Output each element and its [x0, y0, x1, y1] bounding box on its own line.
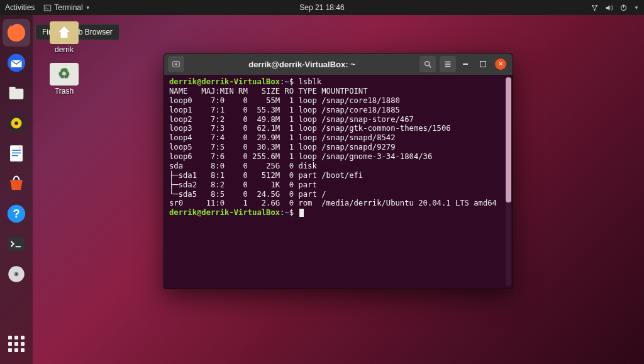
files-icon	[6, 82, 27, 104]
dock-terminal[interactable]	[3, 230, 30, 258]
libreoffice-writer-icon	[6, 143, 27, 164]
terminal-window: derrik@derrik-VirtualBox: ~ derrik@derri…	[164, 53, 513, 289]
scrollbar-thumb[interactable]	[506, 77, 511, 202]
ubuntu-software-icon	[6, 173, 27, 194]
dock-rhythmbox[interactable]	[3, 109, 30, 137]
volume-icon	[605, 4, 613, 12]
scrollbar[interactable]	[506, 77, 511, 286]
prompt-path: ~	[284, 208, 289, 217]
dock-disc[interactable]	[3, 260, 30, 288]
terminal-icon	[43, 4, 52, 12]
svg-point-13	[14, 121, 18, 125]
svg-rect-10	[9, 87, 16, 91]
prompt-user: derrik@derrik-VirtualBox	[169, 77, 280, 86]
dock-thunderbird[interactable]	[3, 49, 30, 77]
search-icon	[423, 60, 432, 69]
window-title: derrik@derrik-VirtualBox: ~	[188, 60, 416, 69]
chevron-down-icon: ▼	[86, 5, 91, 11]
system-tray[interactable]: ▼	[591, 4, 639, 12]
svg-point-23	[16, 273, 18, 275]
prompt-end: $	[289, 208, 294, 217]
desktop-icons: derrik Trash	[44, 21, 84, 96]
hamburger-icon	[443, 60, 452, 69]
apps-grid-icon	[8, 336, 25, 352]
cursor	[299, 209, 304, 217]
folder-home-icon	[50, 21, 79, 44]
prompt-user: derrik@derrik-VirtualBox	[169, 208, 280, 217]
minimize-button[interactable]	[460, 58, 471, 70]
desktop-trash-label: Trash	[55, 87, 74, 96]
new-tab-icon	[172, 60, 180, 69]
lsblk-header: NAME MAJ:MIN RM SIZE RO TYPE MOUNTPOINT	[169, 87, 368, 96]
power-icon	[619, 4, 628, 12]
dock-firefox[interactable]	[3, 19, 30, 47]
search-button[interactable]	[419, 56, 436, 72]
chevron-down-icon: ▼	[634, 5, 639, 11]
dock: ?	[0, 15, 33, 364]
menu-button[interactable]	[440, 56, 456, 72]
activities-button[interactable]: Activities	[5, 3, 35, 12]
dock-writer[interactable]	[3, 140, 30, 167]
maximize-button[interactable]	[477, 58, 489, 70]
network-icon	[591, 4, 599, 12]
firefox-icon	[6, 22, 27, 43]
svg-text:?: ?	[13, 207, 19, 220]
new-tab-button[interactable]	[168, 56, 184, 72]
lsblk-rows: loop0 7:0 0 55M 1 loop /snap/core18/1880…	[169, 96, 497, 208]
desktop-home-folder[interactable]: derrik	[44, 21, 84, 54]
rhythmbox-icon	[6, 113, 27, 134]
command-text: lsblk	[298, 77, 321, 86]
svg-rect-15	[12, 150, 21, 150]
app-menu-label: Terminal	[54, 3, 82, 12]
dock-software[interactable]	[3, 170, 30, 197]
desktop-home-label: derrik	[55, 45, 74, 54]
clock[interactable]: Sep 21 18:46	[299, 3, 344, 12]
svg-rect-16	[12, 153, 21, 153]
prompt-path: ~	[284, 77, 289, 86]
help-icon: ?	[6, 203, 27, 224]
svg-rect-17	[12, 155, 18, 156]
svg-point-25	[425, 62, 430, 66]
prompt-end: $	[289, 77, 294, 86]
svg-rect-1	[45, 5, 51, 10]
terminal-body[interactable]: derrik@derrik-VirtualBox:~$ lsblk NAME M…	[164, 75, 513, 289]
desktop-trash[interactable]: Trash	[44, 63, 84, 96]
top-bar: Activities Terminal ▼ Sep 21 18:46 ▼	[0, 0, 644, 15]
show-applications[interactable]	[3, 330, 30, 358]
dock-files[interactable]	[3, 79, 30, 107]
dock-help[interactable]: ?	[3, 200, 30, 228]
trash-icon	[50, 63, 79, 85]
titlebar[interactable]: derrik@derrik-VirtualBox: ~	[164, 53, 513, 75]
svg-rect-20	[8, 237, 25, 251]
terminal-icon	[6, 233, 27, 255]
close-button[interactable]	[495, 58, 506, 70]
thunderbird-icon	[6, 52, 27, 74]
svg-rect-6	[623, 4, 624, 8]
app-menu[interactable]: Terminal ▼	[43, 3, 90, 12]
disc-icon	[6, 263, 27, 285]
